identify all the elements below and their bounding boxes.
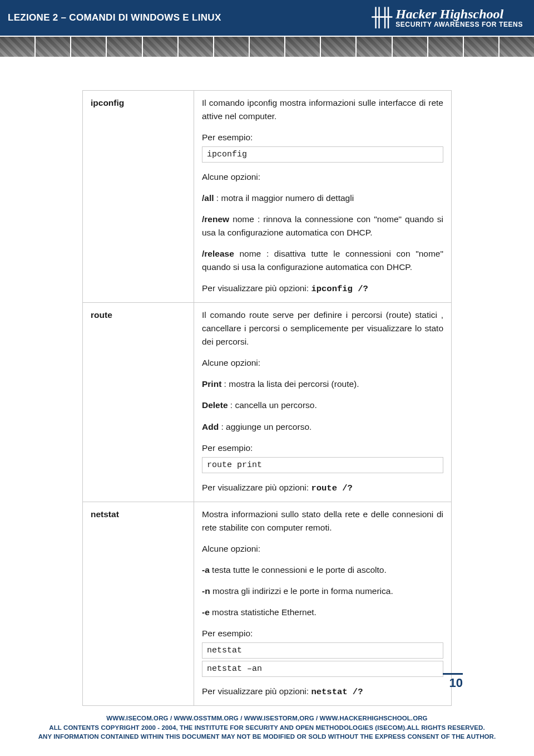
option-flag: /release bbox=[202, 249, 234, 258]
collage-tile bbox=[71, 37, 107, 57]
collage-tile bbox=[357, 37, 392, 57]
collage-tile bbox=[143, 37, 179, 57]
option-text: : aggiunge un percorso. bbox=[219, 422, 312, 431]
table-row: ipconfig Il comando ipconfig mostra info… bbox=[83, 91, 452, 303]
intro-text: Mostra informazioni sullo stato della re… bbox=[202, 508, 443, 534]
page-header: LEZIONE 2 – COMANDI DI WINDOWS E LINUX ╫… bbox=[0, 0, 534, 36]
more-options-line: Per visualizzare più opzioni: ipconfig /… bbox=[202, 282, 443, 296]
page-number: 10 bbox=[443, 673, 463, 690]
footer-line-2: ALL CONTENTS COPYRIGHT 2000 - 2004, THE … bbox=[22, 723, 512, 733]
lesson-title: LEZIONE 2 – COMANDI DI WINDOWS E LINUX bbox=[8, 12, 221, 23]
more-options-cmd: route /? bbox=[311, 483, 352, 493]
footer-line-3: ANY INFORMATION CONTAINED WITHIN THIS DO… bbox=[22, 732, 512, 742]
collage-tile bbox=[0, 37, 36, 57]
intro-text: Il comando ipconfig mostra informazioni … bbox=[202, 96, 443, 123]
option-line: Print : mostra la lista dei percorsi (ro… bbox=[202, 377, 443, 391]
option-flag: /all bbox=[202, 193, 214, 203]
more-options-pre: Per visualizzare più opzioni: bbox=[202, 483, 311, 492]
option-flag: -a bbox=[202, 565, 210, 575]
command-desc-cell: Il comando route serve per definire i pe… bbox=[194, 303, 452, 502]
more-options-cmd: ipconfig /? bbox=[311, 284, 368, 294]
example-label: Per esempio: bbox=[202, 131, 443, 144]
more-options-line: Per visualizzare più opzioni: route /? bbox=[202, 481, 443, 495]
option-flag: -e bbox=[202, 607, 210, 617]
option-text: mostra statistiche Ethernet. bbox=[210, 607, 317, 617]
brand-name: Hacker Highschool bbox=[395, 7, 523, 21]
options-label: Alcune opzioni: bbox=[202, 542, 443, 556]
options-label: Alcune opzioni: bbox=[202, 170, 443, 184]
option-text: : cancella un percorso. bbox=[228, 400, 317, 410]
page-footer: WWW.ISECOM.ORG / WWW.OSSTMM.ORG / WWW.IS… bbox=[0, 714, 534, 742]
option-text: nome : disattiva tutte le connessioni co… bbox=[202, 249, 443, 272]
more-options-line: Per visualizzare più opzioni: netstat /? bbox=[202, 685, 443, 699]
option-line: -n mostra gli indirizzi e le porte in fo… bbox=[202, 585, 443, 598]
code-box: route print bbox=[202, 457, 443, 473]
collage-tile bbox=[500, 37, 534, 57]
collage-tile bbox=[36, 37, 71, 57]
option-line: /all : motra il maggior numero di dettag… bbox=[202, 192, 443, 205]
collage-tile bbox=[250, 37, 285, 57]
collage-tile bbox=[179, 37, 214, 57]
code-box: ipconfig bbox=[202, 146, 443, 163]
command-name-cell: ipconfig bbox=[83, 91, 194, 303]
option-line: Add : aggiunge un percorso. bbox=[202, 420, 443, 434]
option-flag: -n bbox=[202, 586, 210, 596]
content-area: ipconfig Il comando ipconfig mostra info… bbox=[0, 59, 534, 706]
example-label: Per esempio: bbox=[202, 627, 443, 640]
option-text: : mostra la lista dei percorsi (route). bbox=[221, 379, 359, 389]
option-text: nome : rinnova la connessione con "nome"… bbox=[202, 214, 443, 237]
option-line: -e mostra statistiche Ethernet. bbox=[202, 606, 443, 619]
code-box: netstat bbox=[202, 642, 443, 659]
more-options-pre: Per visualizzare più opzioni: bbox=[202, 686, 311, 696]
brand-logo: ╫╫ Hacker Highschool SECURITY AWARENESS … bbox=[372, 7, 526, 28]
footer-line-1: WWW.ISECOM.ORG / WWW.OSSTMM.ORG / WWW.IS… bbox=[22, 714, 512, 723]
brand-tagline: SECURITY AWARENESS FOR TEENS bbox=[395, 21, 523, 28]
code-box: netstat –an bbox=[202, 661, 443, 677]
option-flag: Print bbox=[202, 379, 221, 389]
collage-tile bbox=[321, 37, 357, 57]
command-name-cell: route bbox=[83, 303, 194, 502]
command-desc-cell: Il comando ipconfig mostra informazioni … bbox=[194, 91, 452, 303]
command-desc-cell: Mostra informazioni sullo stato della re… bbox=[194, 502, 452, 706]
collage-tile bbox=[214, 37, 250, 57]
options-label: Alcune opzioni: bbox=[202, 356, 443, 370]
example-label: Per esempio: bbox=[202, 441, 443, 455]
brand-text: Hacker Highschool SECURITY AWARENESS FOR… bbox=[395, 7, 523, 28]
more-options-pre: Per visualizzare più opzioni: bbox=[202, 283, 311, 293]
collage-tile bbox=[464, 37, 500, 57]
more-options-cmd: netstat /? bbox=[311, 687, 363, 697]
collage-tile bbox=[285, 37, 321, 57]
logo-mark-icon: ╫╫ bbox=[372, 8, 390, 27]
table-row: netstat Mostra informazioni sullo stato … bbox=[83, 502, 452, 706]
option-flag: /renew bbox=[202, 214, 229, 224]
option-flag: Delete bbox=[202, 400, 228, 410]
option-line: Delete : cancella un percorso. bbox=[202, 399, 443, 412]
photo-collage-strip bbox=[0, 36, 534, 59]
command-name-cell: netstat bbox=[83, 502, 194, 706]
option-text: testa tutte le connessioni e le porte di… bbox=[210, 565, 387, 575]
option-flag: Add bbox=[202, 422, 219, 431]
collage-tile bbox=[428, 37, 464, 57]
option-text: mostra gli indirizzi e le porte in forma… bbox=[210, 586, 393, 596]
collage-tile bbox=[393, 37, 428, 57]
commands-table: ipconfig Il comando ipconfig mostra info… bbox=[82, 90, 452, 706]
collage-tile bbox=[107, 37, 142, 57]
option-line: /renew nome : rinnova la connessione con… bbox=[202, 213, 443, 239]
option-line: /release nome : disattiva tutte le conne… bbox=[202, 247, 443, 274]
intro-text: Il comando route serve per definire i pe… bbox=[202, 308, 443, 348]
table-row: route Il comando route serve per definir… bbox=[83, 303, 452, 502]
option-text: : motra il maggior numero di dettagli bbox=[214, 193, 354, 203]
option-line: -a testa tutte le connessioni e le porte… bbox=[202, 563, 443, 577]
